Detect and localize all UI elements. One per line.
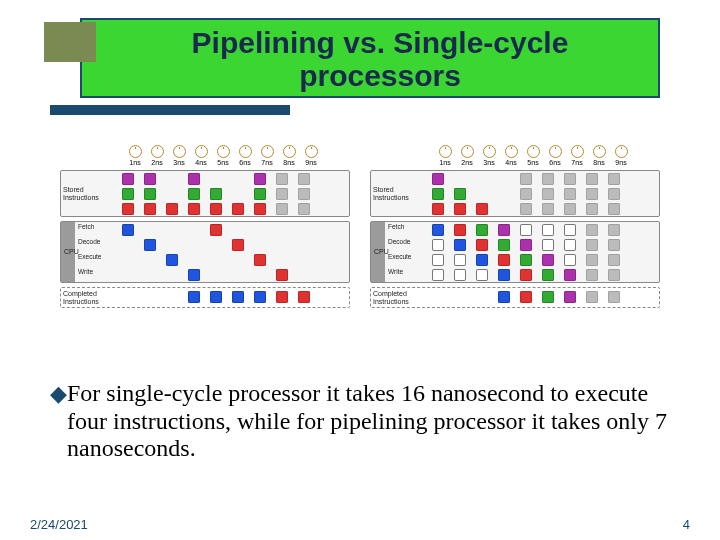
time-label: 4ns — [505, 159, 516, 166]
completed-label: Completed Instructions — [61, 288, 117, 307]
clock-icon — [129, 145, 142, 158]
stage-label: Write — [385, 267, 427, 282]
completed-label: Completed Instructions — [371, 288, 427, 307]
accent-block-top — [44, 22, 96, 62]
stage-label: Decode — [75, 237, 117, 252]
cpu-label: CPU — [371, 222, 385, 282]
stage-label: Execute — [385, 252, 427, 267]
time-label: 1ns — [129, 159, 140, 166]
footer: 2/24/2021 4 — [30, 517, 690, 532]
time-label: 9ns — [305, 159, 316, 166]
time-label: 5ns — [527, 159, 538, 166]
completed-panel: Completed Instructions — [370, 287, 660, 308]
cpu-panel: CPUFetchDecodeExecuteWrite — [370, 221, 660, 283]
time-label: 3ns — [483, 159, 494, 166]
accent-bar-bottom — [50, 105, 290, 115]
time-label: 3ns — [173, 159, 184, 166]
time-label: 6ns — [239, 159, 250, 166]
diagram-pipelining: 1ns2ns3ns4ns5ns6ns7ns8ns9nsStored Instru… — [370, 145, 660, 365]
stored-label: Stored Instructions — [371, 171, 427, 216]
clock-icon — [571, 145, 584, 158]
time-label: 8ns — [593, 159, 604, 166]
clock-icon — [239, 145, 252, 158]
time-label: 8ns — [283, 159, 294, 166]
footer-page: 4 — [683, 517, 690, 532]
bullet-item: ◆ For single-cycle processor it takes 16… — [50, 380, 680, 463]
bullet-icon: ◆ — [50, 380, 67, 408]
clock-icon — [173, 145, 186, 158]
clock-icon — [483, 145, 496, 158]
time-label: 2ns — [461, 159, 472, 166]
clock-icon — [527, 145, 540, 158]
time-label: 1ns — [439, 159, 450, 166]
footer-date: 2/24/2021 — [30, 517, 88, 532]
clock-icon — [151, 145, 164, 158]
time-label: 2ns — [151, 159, 162, 166]
cpu-panel: CPUFetchDecodeExecuteWrite — [60, 221, 350, 283]
body-text: ◆ For single-cycle processor it takes 16… — [50, 380, 680, 463]
bullet-text: For single-cycle processor it takes 16 n… — [67, 380, 680, 463]
time-label: 4ns — [195, 159, 206, 166]
diagram-single-cycle: 1ns2ns3ns4ns5ns6ns7ns8ns9nsStored Instru… — [60, 145, 350, 365]
stored-panel: Stored Instructions — [60, 170, 350, 217]
title-area: Pipelining vs. Single-cycle processors — [0, 0, 720, 98]
time-label: 9ns — [615, 159, 626, 166]
clock-icon — [505, 145, 518, 158]
stage-label: Fetch — [385, 222, 427, 237]
stage-label: Decode — [385, 237, 427, 252]
clock-icon — [615, 145, 628, 158]
clock-icon — [461, 145, 474, 158]
clock-icon — [549, 145, 562, 158]
clock-icon — [195, 145, 208, 158]
time-label: 5ns — [217, 159, 228, 166]
clock-icon — [283, 145, 296, 158]
stage-label: Write — [75, 267, 117, 282]
clock-icon — [217, 145, 230, 158]
clock-icon — [261, 145, 274, 158]
diagram-area: 1ns2ns3ns4ns5ns6ns7ns8ns9nsStored Instru… — [60, 145, 660, 365]
slide-title: Pipelining vs. Single-cycle processors — [122, 26, 638, 92]
clock-icon — [593, 145, 606, 158]
time-label: 7ns — [571, 159, 582, 166]
clock-icon — [305, 145, 318, 158]
cpu-label: CPU — [61, 222, 75, 282]
title-box: Pipelining vs. Single-cycle processors — [80, 18, 660, 98]
stage-label: Fetch — [75, 222, 117, 237]
stage-label: Execute — [75, 252, 117, 267]
stored-panel: Stored Instructions — [370, 170, 660, 217]
stored-label: Stored Instructions — [61, 171, 117, 216]
time-label: 7ns — [261, 159, 272, 166]
time-label: 6ns — [549, 159, 560, 166]
clock-icon — [439, 145, 452, 158]
completed-panel: Completed Instructions — [60, 287, 350, 308]
